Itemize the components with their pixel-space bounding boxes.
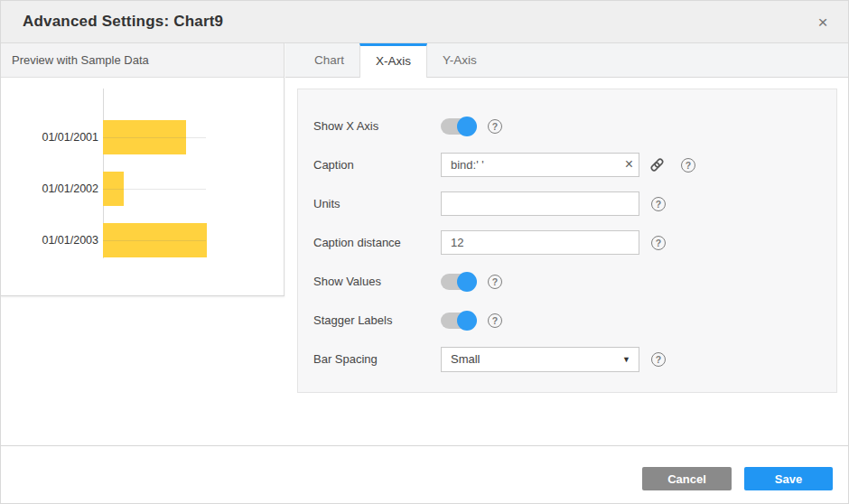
- cancel-button[interactable]: Cancel: [642, 467, 732, 490]
- chart-gridline: [103, 189, 206, 190]
- dialog-titlebar: Advanced Settings: Chart9 ×: [1, 1, 848, 43]
- field-label: Show X Axis: [313, 119, 441, 133]
- help-icon[interactable]: ?: [488, 313, 502, 328]
- tab-chart[interactable]: Chart: [299, 43, 359, 78]
- preview-bar-chart: 01/01/2001 01/01/2002 01/01/2003: [1, 78, 284, 295]
- row-stagger-labels: Stagger Labels ?: [313, 301, 836, 340]
- help-icon[interactable]: ?: [681, 158, 695, 173]
- caption-input[interactable]: [441, 153, 639, 177]
- row-caption: Caption × ?: [313, 145, 836, 184]
- chart-category-label: 01/01/2002: [10, 182, 98, 195]
- row-show-values: Show Values ?: [313, 262, 836, 301]
- units-input[interactable]: [441, 191, 639, 216]
- link-icon[interactable]: [648, 156, 666, 173]
- chevron-down-icon: ▼: [622, 348, 630, 371]
- show-x-axis-toggle[interactable]: [441, 117, 477, 136]
- row-units: Units ?: [313, 184, 836, 223]
- caption-distance-input[interactable]: [441, 230, 639, 255]
- bar-spacing-value: Small: [451, 352, 480, 366]
- tab-bar: Chart X-Axis Y-Axis: [285, 43, 849, 78]
- chart-category-label: 01/01/2001: [10, 131, 98, 144]
- field-label: Caption: [313, 158, 441, 172]
- show-values-toggle[interactable]: [441, 272, 477, 292]
- dialog-title: Advanced Settings: Chart9: [23, 13, 223, 31]
- close-icon[interactable]: ×: [812, 12, 834, 33]
- help-icon[interactable]: ?: [651, 197, 666, 211]
- clear-icon[interactable]: ×: [625, 156, 633, 173]
- advanced-settings-dialog: Advanced Settings: Chart9 × Preview with…: [0, 0, 849, 504]
- chart-bar-row: 01/01/2001: [1, 120, 284, 154]
- field-label: Show Values: [313, 275, 441, 288]
- chart-bar-row: 01/01/2002: [1, 172, 284, 206]
- row-show-x-axis: Show X Axis ?: [313, 107, 836, 145]
- field-label: Units: [313, 197, 441, 210]
- preview-panel-title: Preview with Sample Data: [12, 53, 149, 67]
- preview-panel-header: Preview with Sample Data: [1, 43, 284, 78]
- row-bar-spacing: Bar Spacing Small ▼ ?: [313, 340, 836, 378]
- help-icon[interactable]: ?: [488, 275, 502, 289]
- field-label: Bar Spacing: [313, 352, 441, 366]
- stagger-labels-toggle[interactable]: [441, 311, 477, 331]
- field-label: Caption distance: [313, 236, 441, 249]
- row-caption-distance: Caption distance ?: [313, 223, 836, 262]
- field-label: Stagger Labels: [313, 313, 441, 327]
- tab-y-axis[interactable]: Y-Axis: [427, 43, 492, 78]
- help-icon[interactable]: ?: [651, 236, 666, 250]
- chart-category-label: 01/01/2003: [10, 234, 98, 247]
- bar-spacing-select[interactable]: Small ▼: [441, 347, 639, 372]
- settings-region: Chart X-Axis Y-Axis Show X Axis ? Captio…: [285, 43, 849, 446]
- x-axis-settings-panel: Show X Axis ? Caption ×: [297, 89, 837, 393]
- preview-panel: Preview with Sample Data 01/01/2001 01/0…: [1, 43, 285, 296]
- chart-gridline: [103, 137, 206, 138]
- dialog-footer: Cancel Save: [1, 445, 848, 504]
- help-icon[interactable]: ?: [651, 352, 666, 367]
- tab-x-axis[interactable]: X-Axis: [359, 43, 427, 78]
- save-button[interactable]: Save: [744, 467, 833, 490]
- chart-bar-row: 01/01/2003: [1, 223, 284, 257]
- chart-gridline: [103, 240, 206, 241]
- help-icon[interactable]: ?: [488, 119, 502, 134]
